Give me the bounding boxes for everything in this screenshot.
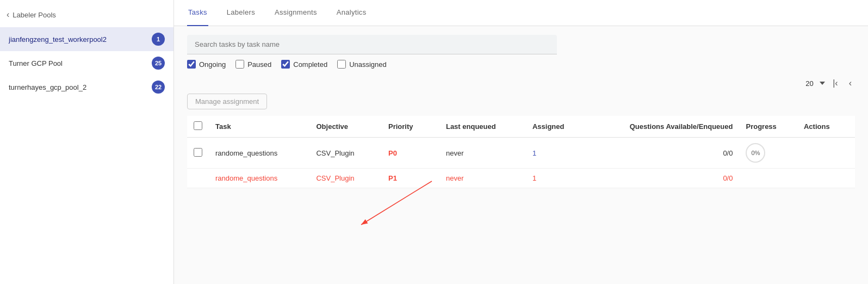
sidebar-item-pool2[interactable]: Turner GCP Pool 25 [0,51,173,75]
ongoing-checkbox[interactable] [187,60,196,69]
col-header-assigned: Assigned [526,116,585,138]
first-page-button[interactable]: |‹ [829,77,841,89]
chevron-left-icon: ‹ [7,10,9,20]
col-header-progress: Progress [739,116,797,138]
unassigned-label: Unassigned [349,60,387,69]
sidebar-badge-pool3: 22 [152,81,165,94]
row-checkbox[interactable] [194,148,202,157]
sidebar-item-label-pool3: turnerhayes_gcp_pool_2 [9,83,86,91]
row-actions [797,138,855,169]
row-questions: 0/0 [585,138,739,169]
row-progress: 0% [739,138,797,169]
table-header-row: Task Objective Priority Last enqueued As [187,116,855,138]
tab-analytics[interactable]: Analytics [336,0,368,26]
sidebar-item-pool3[interactable]: turnerhayes_gcp_pool_2 22 [0,75,173,99]
prev-page-button[interactable]: ‹ [846,77,855,89]
filter-row: Ongoing Paused Completed Unassigned [187,60,855,69]
red-row-questions: 0/0 [585,169,739,188]
sidebar-back-label: Labeler Pools [13,11,56,19]
red-row-priority: P1 [382,169,439,188]
red-row-checkbox-cell [187,169,209,188]
tab-labelers[interactable]: Labelers [226,0,256,26]
annotation-arrow [350,181,459,246]
completed-checkbox[interactable] [281,60,290,69]
filter-paused[interactable]: Paused [235,60,271,69]
paused-label: Paused [247,60,271,69]
row-checkbox-cell [187,138,209,169]
back-button[interactable]: ‹ Labeler Pools [0,5,173,27]
paused-checkbox[interactable] [235,60,244,69]
red-row-actions [797,169,855,188]
red-priority-value: P1 [388,174,397,182]
col-header-actions: Actions [797,116,855,138]
unassigned-checkbox[interactable] [337,60,346,69]
tab-bar: Tasks Labelers Assignments Analytics [174,0,868,26]
table-row: randome_questions CSV_Plugin P0 never 1 [187,138,855,169]
sidebar-badge-pool2: 25 [152,57,165,70]
row-assigned: 1 [526,138,585,169]
row-priority: P0 [382,138,439,169]
sidebar-item-label-pool1: jianfengzeng_test_workerpool2 [9,35,107,44]
table-row-red: randome_questions CSV_Plugin P1 never 1 [187,169,855,188]
col-header-checkbox [187,116,209,138]
sidebar-item-pool1[interactable]: jianfengzeng_test_workerpool2 1 [0,27,173,51]
manage-assignment-button[interactable]: Manage assignment [187,94,267,109]
red-row-objective: CSV_Plugin [309,169,381,188]
priority-value: P0 [388,149,397,157]
sidebar-item-label-pool2: Turner GCP Pool [9,59,63,67]
select-all-checkbox[interactable] [194,121,202,130]
red-row-progress [739,169,797,188]
assigned-link[interactable]: 1 [532,149,536,157]
filter-unassigned[interactable]: Unassigned [337,60,387,69]
row-last-enqueued: never [439,138,526,169]
tab-tasks[interactable]: Tasks [187,0,208,26]
content-area: Ongoing Paused Completed Unassigned 20 1… [174,26,868,284]
col-header-objective: Objective [309,116,381,138]
filter-completed[interactable]: Completed [281,60,327,69]
sidebar-badge-pool1: 1 [152,33,165,46]
row-task: randome_questions [209,138,309,169]
col-header-last-enqueued: Last enqueued [439,116,526,138]
completed-label: Completed [293,60,327,69]
red-row-task: randome_questions [209,169,309,188]
ongoing-label: Ongoing [199,60,226,69]
progress-badge: 0% [746,143,765,163]
col-header-questions: Questions Available/Enqueued [585,116,739,138]
row-objective: CSV_Plugin [309,138,381,169]
task-table: Task Objective Priority Last enqueued As [187,116,855,188]
col-header-priority: Priority [382,116,439,138]
red-row-last-enqueued: never [439,169,526,188]
search-input[interactable] [187,35,557,54]
page-size-select[interactable]: 20 10 50 100 [805,79,825,88]
pagination-row: 20 10 50 100 |‹ ‹ [187,77,855,89]
filter-ongoing[interactable]: Ongoing [187,60,226,69]
tab-assignments[interactable]: Assignments [274,0,318,26]
task-table-wrapper: Task Objective Priority Last enqueued As [187,116,855,188]
main-content: Tasks Labelers Assignments Analytics Ong… [174,0,868,284]
red-row-assigned: 1 [526,169,585,188]
col-header-task: Task [209,116,309,138]
sidebar: ‹ Labeler Pools jianfengzeng_test_worker… [0,0,174,284]
